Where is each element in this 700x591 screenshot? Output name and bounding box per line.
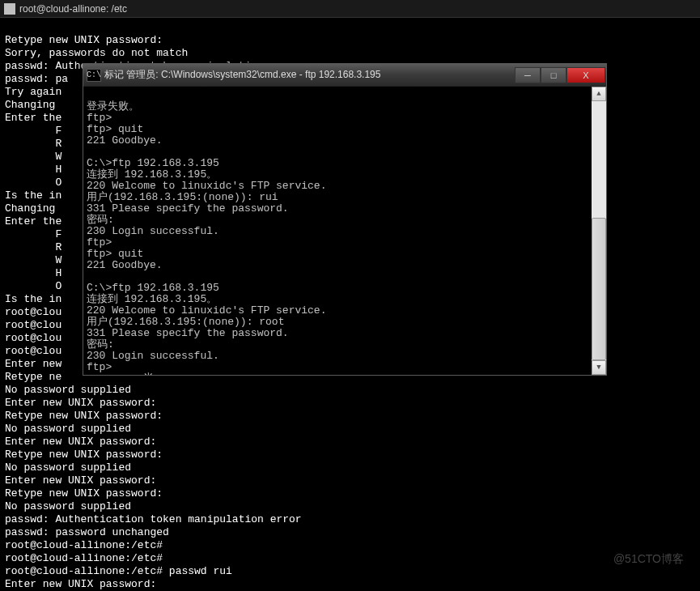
- terminal-line: W: [5, 151, 62, 163]
- terminal-line: Sorry, passwords do not match: [5, 47, 188, 59]
- terminal-line: Retype new UNIX password:: [5, 449, 163, 461]
- terminal-line: F: [5, 125, 62, 137]
- cmd-line: 331 Please specify the password.: [87, 202, 289, 215]
- cmd-line: 用户(192.168.3.195:(none)): rui: [87, 191, 278, 203]
- terminal-line: Enter new UNIX password:: [5, 474, 156, 487]
- cmd-line: C:\>ftp 192.168.3.195: [87, 282, 219, 294]
- terminal-line: passwd: pa: [5, 73, 68, 85]
- terminal-line: root@clou: [5, 319, 62, 331]
- terminal-line: Enter the: [5, 112, 62, 124]
- cmd-terminal-content[interactable]: 登录失败。 ftp> ftp> quit 221 Goodbye. C:\>ft…: [83, 87, 592, 375]
- terminal-line: O: [5, 176, 62, 189]
- terminal-line: passwd: password unchanged: [5, 526, 169, 538]
- terminal-line: O: [5, 280, 62, 292]
- terminal-line: Changing: [5, 202, 62, 215]
- cmd-title: 标记 管理员: C:\Windows\system32\cmd.exe - ft…: [104, 68, 515, 82]
- window-controls: ─ □ X: [515, 67, 605, 83]
- cmd-line: ftp>: [87, 361, 112, 373]
- terminal-line: root@clou: [5, 306, 62, 318]
- cmd-window: C:\ 标记 管理员: C:\Windows\system32\cmd.exe …: [83, 63, 607, 376]
- terminal-line: root@clou: [5, 332, 62, 344]
- cmd-line: 密码:: [87, 338, 114, 351]
- terminal-line: Retype new UNIX password:: [5, 410, 163, 422]
- terminal-line: No password supplied: [5, 384, 131, 396]
- terminal-line: No password supplied: [5, 423, 131, 435]
- terminal-line: No password supplied: [5, 461, 131, 474]
- cmd-line: 221 Goodbye.: [87, 134, 163, 147]
- terminal-line: Enter new: [5, 358, 62, 370]
- scroll-up-button[interactable]: ▲: [592, 87, 606, 101]
- terminal-line: Try again: [5, 86, 62, 98]
- cmd-line: ftp> quit: [87, 123, 143, 135]
- terminal-line: Enter new UNIX password:: [5, 436, 156, 448]
- cmd-line: 连接到 192.168.3.195。: [87, 293, 217, 305]
- terminal-line: R: [5, 241, 62, 253]
- cmd-line: ftp>: [87, 112, 112, 124]
- cmd-line: 331 Please specify the password.: [87, 327, 289, 339]
- putty-titlebar[interactable]: root@cloud-allinone: /etc: [0, 0, 700, 18]
- cmd-line: 连接到 192.168.3.195。: [87, 168, 217, 181]
- cmd-line: 230 Login successful.: [87, 225, 219, 237]
- scrollbar: ▲ ▼: [592, 87, 606, 375]
- scroll-track[interactable]: [592, 101, 606, 360]
- terminal-line: passwd: Authentication token manipulatio…: [5, 513, 302, 525]
- cmd-line: C:\>ftp 192.168.3.195: [87, 157, 219, 169]
- terminal-line: R: [5, 138, 62, 150]
- terminal-line: root@cloud-allinone:/etc# passwd rui: [5, 565, 232, 577]
- scroll-thumb[interactable]: [592, 218, 606, 360]
- cmd-line: 用户(192.168.3.195:(none)): root: [87, 316, 284, 328]
- scroll-down-button[interactable]: ▼: [592, 360, 606, 375]
- cmd-line: ftp> quit: [87, 248, 143, 260]
- terminal-line: root@clou: [5, 345, 62, 357]
- putty-icon: [4, 3, 15, 15]
- terminal-line: root@cloud-allinone:/etc#: [5, 552, 163, 564]
- terminal-line: F: [5, 228, 62, 240]
- cmd-line: 220 Welcome to linuxidc's FTP service.: [87, 304, 326, 317]
- terminal-line: Retype ne: [5, 371, 62, 383]
- cmd-icon: C:\: [87, 69, 101, 82]
- putty-title: root@cloud-allinone: /etc: [19, 3, 127, 15]
- terminal-line: H: [5, 267, 62, 279]
- cmd-line: 半:: [87, 372, 160, 375]
- terminal-line: Is the in: [5, 293, 62, 305]
- cmd-line: 密码:: [87, 214, 114, 226]
- terminal-line: Enter new UNIX password:: [5, 578, 156, 590]
- close-button[interactable]: X: [566, 67, 605, 83]
- cmd-line: 登录失败。: [87, 100, 139, 113]
- terminal-line: root@cloud-allinone:/etc#: [5, 539, 163, 551]
- terminal-line: W: [5, 254, 62, 266]
- terminal-line: No password supplied: [5, 500, 131, 512]
- terminal-line: Retype new UNIX password:: [5, 487, 163, 500]
- cmd-line: 221 Goodbye.: [87, 259, 163, 271]
- maximize-button[interactable]: □: [541, 67, 566, 83]
- cmd-body: 登录失败。 ftp> ftp> quit 221 Goodbye. C:\>ft…: [83, 87, 606, 375]
- minimize-button[interactable]: ─: [515, 67, 541, 83]
- terminal-line: H: [5, 164, 62, 176]
- terminal-line: Enter the: [5, 215, 62, 227]
- cmd-line: 230 Login successful.: [87, 350, 219, 362]
- cmd-titlebar[interactable]: C:\ 标记 管理员: C:\Windows\system32\cmd.exe …: [83, 64, 606, 87]
- terminal-line: Is the in: [5, 189, 62, 202]
- cmd-line: 220 Welcome to linuxidc's FTP service.: [87, 180, 326, 192]
- watermark: @51CTO博客: [613, 552, 684, 567]
- terminal-line: Enter new UNIX password:: [5, 397, 156, 409]
- cmd-line: ftp>: [87, 236, 112, 249]
- terminal-line: Changing: [5, 99, 62, 111]
- terminal-line: Retype new UNIX password:: [5, 34, 163, 46]
